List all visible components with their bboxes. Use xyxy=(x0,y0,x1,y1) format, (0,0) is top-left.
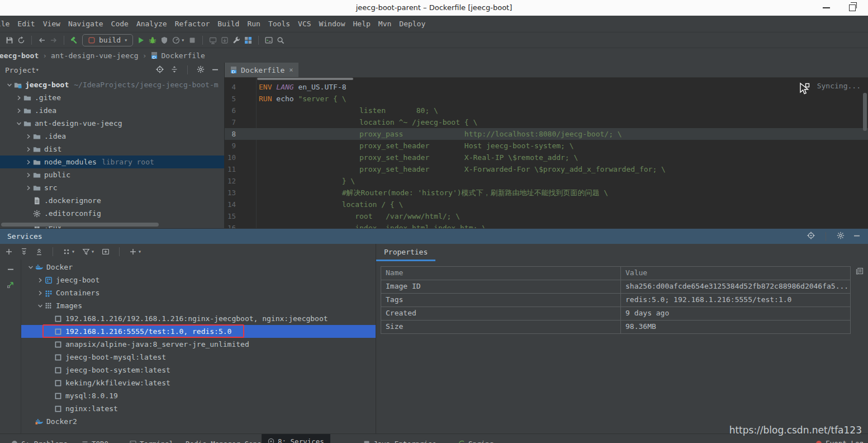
tool-window-button-java-enterprise[interactable]: Java Enterprise xyxy=(363,437,437,443)
wrench-button[interactable] xyxy=(233,36,240,44)
properties-row-image-id[interactable]: Image IDsha256:d00afcde654e3125384d52fb8… xyxy=(381,280,851,294)
chevron-right-icon[interactable] xyxy=(23,185,33,191)
project-tree-row-gitee[interactable]: .gitee xyxy=(0,91,224,104)
tool-window-button-todo[interactable]: TODO xyxy=(82,437,108,443)
minimize-button[interactable] xyxy=(7,265,15,273)
breadcrumb-item-ant-design-vue-jeecg[interactable]: ant-design-vue-jeecg xyxy=(51,51,139,60)
project-tree-row-idea[interactable]: .idea xyxy=(0,130,224,143)
project-panel-title[interactable]: Project xyxy=(5,66,36,74)
properties-row-tags[interactable]: Tagsredis:5.0; 192.168.1.216:5555/test:1… xyxy=(381,294,851,307)
menu-item-tools[interactable]: Tools xyxy=(264,20,294,28)
breadcrumb-item-jeecg-boot[interactable]: jeecg-boot xyxy=(0,51,39,60)
tool-window-button-terminal[interactable]: Terminal xyxy=(130,437,173,443)
services-tree-row-jeecg-boot[interactable]: jeecg-boot xyxy=(21,274,376,286)
collapse-panels-button[interactable] xyxy=(170,65,178,75)
deploy-button[interactable] xyxy=(221,36,229,44)
column-header-value[interactable]: Value xyxy=(620,267,851,280)
menu-item-run[interactable]: Run xyxy=(243,20,264,28)
chevron-right-icon[interactable] xyxy=(23,172,33,178)
project-tree-row-node-modules[interactable]: node_moduleslibrary root xyxy=(0,155,224,168)
menu-item-deploy[interactable]: Deploy xyxy=(395,20,429,28)
menu-item-mvn[interactable]: Mvn xyxy=(374,20,395,28)
attach-button[interactable] xyxy=(209,36,217,44)
project-tree-row-jeecg-boot[interactable]: jeecg-boot~/IdeaProjects/jeecg-jeecg-boo… xyxy=(0,78,224,91)
gear-button[interactable] xyxy=(837,232,845,241)
debug-button[interactable] xyxy=(149,36,156,44)
services-tree-row-192-168-1-216-5555-test-1-0-redis-5-0[interactable]: 192.168.1.216:5555/test:1.0, redis:5.0 xyxy=(21,325,376,338)
restore-window-icon[interactable] xyxy=(849,4,856,11)
properties-row-size[interactable]: Size98.36MB xyxy=(381,321,851,334)
sync-button[interactable] xyxy=(17,36,25,44)
breadcrumb-item-dockerfile[interactable]: Dockerfile xyxy=(150,51,205,60)
chevron-down-icon[interactable] xyxy=(14,121,23,126)
structure-button[interactable] xyxy=(244,36,252,44)
chevron-right-icon[interactable] xyxy=(35,277,45,283)
minimize-button[interactable] xyxy=(853,232,861,241)
menu-item-window[interactable]: Window xyxy=(315,20,349,28)
menu-item-code[interactable]: Code xyxy=(107,20,132,28)
code-editor[interactable]: 4ENV LANG en_US.UTF-85RUN echo "server {… xyxy=(225,78,868,228)
horizontal-scrollbar[interactable] xyxy=(1,223,159,227)
menu-item-build[interactable]: Build xyxy=(214,20,243,28)
editor-scrollbar[interactable] xyxy=(863,93,867,131)
tool-window-button-redis-manager-console[interactable]: Redis Manager Console xyxy=(186,437,274,443)
play-button[interactable] xyxy=(137,36,145,44)
tool-window-button-8-services[interactable]: 8: Services xyxy=(262,434,330,443)
plus-button[interactable] xyxy=(5,248,13,256)
tool-window-button-event-log[interactable]: Event Log xyxy=(815,439,864,443)
menu-item-help[interactable]: Help xyxy=(349,20,374,28)
project-tree-row-editorconfig[interactable]: .editorconfig xyxy=(0,207,224,220)
project-tree-row-dist[interactable]: dist xyxy=(0,143,224,155)
coverage-button[interactable] xyxy=(160,36,168,44)
tool-window-button-spring[interactable]: Spring xyxy=(458,437,494,443)
forward-button[interactable] xyxy=(50,36,58,44)
collapse-all-button[interactable] xyxy=(35,248,43,256)
copy-icon[interactable] xyxy=(856,267,864,275)
save-button[interactable] xyxy=(6,36,13,44)
project-tree-row-dockerignore[interactable]: .dockerignore xyxy=(0,194,224,207)
menu-item-edit[interactable]: Edit xyxy=(13,20,39,28)
chevron-right-icon[interactable] xyxy=(23,134,33,139)
open-in-new-button[interactable] xyxy=(7,281,15,289)
services-tree-row-docker[interactable]: Docker xyxy=(21,261,376,274)
menu-item-view[interactable]: View xyxy=(39,20,64,28)
minimize-button[interactable] xyxy=(211,65,219,75)
properties-row-created[interactable]: Created9 days ago xyxy=(381,307,851,321)
services-tree-row-192-168-1-216-192-168-1-216-nginx-jeecgboot-nginx-jeecgboot[interactable]: 192.168.1.216/192.168.1.216:nginx-jeecgb… xyxy=(21,312,376,325)
tab-properties[interactable]: Properties xyxy=(376,244,435,261)
column-header-name[interactable]: Name xyxy=(381,267,620,280)
chevron-right-icon[interactable] xyxy=(35,290,45,296)
stop-button[interactable] xyxy=(188,36,196,44)
services-tree-row-containers[interactable]: Containers xyxy=(21,286,376,299)
menu-item-navigate[interactable]: Navigate xyxy=(64,20,107,28)
gear-button[interactable] xyxy=(197,65,205,75)
chevron-down-icon[interactable] xyxy=(4,82,14,88)
chevron-right-icon[interactable] xyxy=(14,95,23,101)
services-tree-row-nginx-latest[interactable]: nginx:latest xyxy=(21,402,376,415)
project-tree-row-src[interactable]: src xyxy=(0,181,224,194)
minimize-window-icon[interactable] xyxy=(823,7,830,8)
hammer-button[interactable] xyxy=(70,36,78,44)
project-tree-row-public[interactable]: public xyxy=(0,168,224,181)
tool-window-button-6-problems[interactable]: 6: Problems xyxy=(11,437,68,443)
menu-item-file[interactable]: File xyxy=(0,20,13,28)
menu-item-refactor[interactable]: Refactor xyxy=(171,20,214,28)
back-button[interactable] xyxy=(38,36,46,44)
expand-all-button[interactable] xyxy=(20,248,28,256)
project-tree-row-ant-design-vue-jeecg[interactable]: ant-design-vue-jeecg xyxy=(0,117,224,130)
services-tree-row-docker2[interactable]: Docker2 xyxy=(21,415,376,428)
search-button[interactable] xyxy=(277,36,284,44)
run-configuration-select[interactable]: build▾ xyxy=(82,34,133,46)
services-tree-row-anapsix-alpine-java-8-server-jre-unlimited[interactable]: anapsix/alpine-java:8_server-jre_unlimit… xyxy=(21,338,376,351)
profiler-button[interactable]: ▾ xyxy=(172,36,184,44)
filter-button[interactable]: ▾ xyxy=(82,248,94,256)
tab-dockerfile[interactable]: Dockerfile × xyxy=(225,63,298,77)
services-tree-row-keking-kkfileview-latest[interactable]: keking/kkfileview:latest xyxy=(21,376,376,389)
chevron-right-icon[interactable] xyxy=(14,108,23,114)
chevron-down-icon[interactable] xyxy=(35,303,45,309)
services-tree-row-mysql-8-0-19[interactable]: mysql:8.0.19 xyxy=(21,389,376,402)
project-tree-row-idea[interactable]: .idea xyxy=(0,104,224,117)
group-by-button[interactable]: ▾ xyxy=(63,248,75,256)
plus-button[interactable]: ▾ xyxy=(129,248,141,256)
console-button[interactable] xyxy=(265,36,273,44)
